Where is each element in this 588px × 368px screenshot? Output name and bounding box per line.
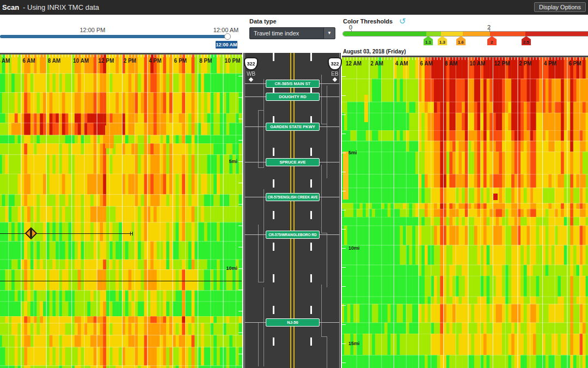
- data-type-selected-value: Travel time index: [254, 28, 299, 39]
- eastbound-heatmap-canvas[interactable]: [342, 56, 588, 368]
- time-axis-label: 6 AM: [22, 58, 35, 64]
- sign-connector-left: [244, 197, 266, 197]
- ramp-stub: [321, 124, 327, 124]
- ramp-segment: [264, 287, 264, 366]
- time-axis-label: 10 AM: [73, 58, 89, 64]
- ramp-segment: [258, 323, 259, 366]
- road-right-curb: [339, 53, 340, 368]
- mile-marker-label: 5mi: [348, 150, 357, 155]
- eb-direction-label: EB: [329, 71, 341, 77]
- ramp-stub: [258, 167, 264, 168]
- threshold-segment-2: [441, 32, 463, 36]
- threshold-segment-5: [525, 32, 588, 36]
- threshold-marker-1.6[interactable]: 1.6: [456, 36, 465, 45]
- sign-connector-left: [244, 126, 266, 127]
- road-left-curb: [244, 53, 245, 368]
- ramp-segment: [327, 86, 327, 178]
- time-axis-label: 12 PM: [494, 61, 510, 67]
- ramp-stub: [321, 336, 327, 337]
- sign-connector-right: [318, 322, 340, 323]
- mile-marker-label: 5mi: [229, 159, 237, 164]
- threshold-marker-2[interactable]: 2: [487, 36, 497, 45]
- slider-noon-label: 12:00 PM: [71, 27, 114, 33]
- route-322-shield-wb: 322: [245, 58, 257, 69]
- slider-midnight-label: 12:00 AM: [204, 27, 248, 33]
- ramp-segment: [321, 165, 322, 233]
- sign-connector-right: [318, 126, 340, 127]
- data-type-dropdown[interactable]: Travel time index ▼: [249, 27, 335, 39]
- sign-connector-right: [318, 162, 340, 162]
- westbound-heatmap-panel: 4 AM6 AM8 AM10 AM12 PM2 PM4 PM6 PM8 PM10…: [0, 53, 242, 368]
- ramp-stub: [258, 110, 264, 111]
- sign-connector-left: [244, 83, 266, 84]
- time-axis-label: 4 PM: [149, 58, 161, 64]
- time-axis-label: 12 PM: [99, 58, 114, 64]
- mile-marker-label: 15mi: [348, 341, 360, 346]
- ramp-stub: [321, 233, 327, 233]
- time-axis-label: 6 PM: [569, 61, 581, 67]
- ramp-segment: [258, 225, 259, 282]
- threshold-segment-0: [343, 32, 426, 36]
- road-sign[interactable]: DOUGHTY RD: [266, 93, 320, 101]
- sign-connector-right: [318, 234, 340, 235]
- time-slider-fill: [0, 35, 228, 38]
- time-axis-label: 10 AM: [470, 61, 486, 67]
- controls-row: 12:00 PM 12:00 AM 12:00 AM Data type Tra…: [0, 15, 588, 53]
- threshold-marker-1.3[interactable]: 1.3: [438, 36, 447, 45]
- data-type-label: Data type: [249, 18, 277, 25]
- app-title: Scan: [2, 3, 19, 11]
- time-axis-label: 4 AM: [395, 61, 408, 67]
- sign-connector-left: [244, 96, 266, 97]
- reset-thresholds-icon[interactable]: ↺: [399, 16, 406, 26]
- sign-connector-left: [244, 234, 266, 235]
- time-slider-handle[interactable]: [224, 33, 231, 40]
- ramp-segment: [321, 75, 322, 124]
- threshold-segment-4: [490, 32, 525, 36]
- event-end-cap: [132, 232, 133, 236]
- sign-connector-left: [244, 322, 266, 323]
- chevron-down-icon[interactable]: ▼: [323, 28, 335, 39]
- road-sign[interactable]: NJ-50: [266, 318, 320, 327]
- ramp-segment: [258, 110, 259, 167]
- threshold-marker-2.5[interactable]: 2.5: [522, 36, 531, 45]
- road-sign[interactable]: SPRUCE AVE: [266, 158, 320, 166]
- time-axis-label: 4 AM: [0, 58, 10, 64]
- time-axis-label: 8 AM: [48, 58, 61, 64]
- time-axis-label: 8 AM: [445, 61, 458, 67]
- title-bar: Scan - Using INRIX TMC data Display Opti…: [0, 0, 588, 15]
- scan-application: Scan - Using INRIX TMC data Display Opti…: [0, 0, 588, 368]
- ramp-segment: [327, 336, 327, 368]
- westbound-heatmap-canvas[interactable]: [0, 53, 242, 368]
- time-axis-label: 4 PM: [544, 61, 556, 67]
- threshold-marker-1.1[interactable]: 1.1: [424, 36, 433, 45]
- ramp-segment: [321, 285, 322, 336]
- ramp-segment: [327, 233, 327, 287]
- time-axis-label: 12 AM: [346, 61, 362, 67]
- time-slider-tooltip: 12:00 AM: [216, 41, 237, 49]
- event-extent-line: [0, 233, 132, 234]
- road-sign[interactable]: CR-575/WRANGLEBORO RD: [266, 231, 320, 239]
- sign-connector-left: [244, 162, 266, 162]
- time-axis-label: 2 AM: [371, 61, 384, 67]
- road-sign[interactable]: CR-575/ENGLISH CREEK AVE: [266, 193, 320, 201]
- eastbound-heatmap-panel: 12 AM2 AM4 AM6 AM8 AM10 AM12 PM2 PM4 PM6…: [342, 56, 588, 368]
- event-end-cap: [130, 232, 131, 236]
- threshold-axis-tick: [489, 28, 490, 32]
- time-slider-track[interactable]: [0, 35, 231, 38]
- time-axis-label: 10 PM: [225, 58, 241, 64]
- time-axis-label: 2 PM: [519, 61, 532, 67]
- mile-marker-label: 10mi: [226, 266, 237, 271]
- road-sign[interactable]: CR-585/S MAIN ST: [266, 80, 320, 88]
- threshold-axis-tick: [351, 30, 352, 32]
- threshold-gradient-bar[interactable]: [343, 32, 588, 36]
- road-sign[interactable]: GARDEN STATE PKWY: [266, 123, 320, 131]
- wb-direction-diamond-icon: [249, 77, 253, 82]
- threshold-segment-3: [463, 32, 490, 36]
- eastbound-date-label: August 03, 2018 (Friday): [343, 49, 406, 55]
- event-extent-line: [0, 281, 242, 281]
- app-subtitle: - Using INRIX TMC data: [23, 3, 99, 11]
- time-axis-label: 6 PM: [174, 58, 187, 64]
- time-axis-label: 2 PM: [124, 58, 136, 64]
- display-options-button[interactable]: Display Options: [534, 2, 586, 12]
- ramp-stub: [258, 282, 264, 282]
